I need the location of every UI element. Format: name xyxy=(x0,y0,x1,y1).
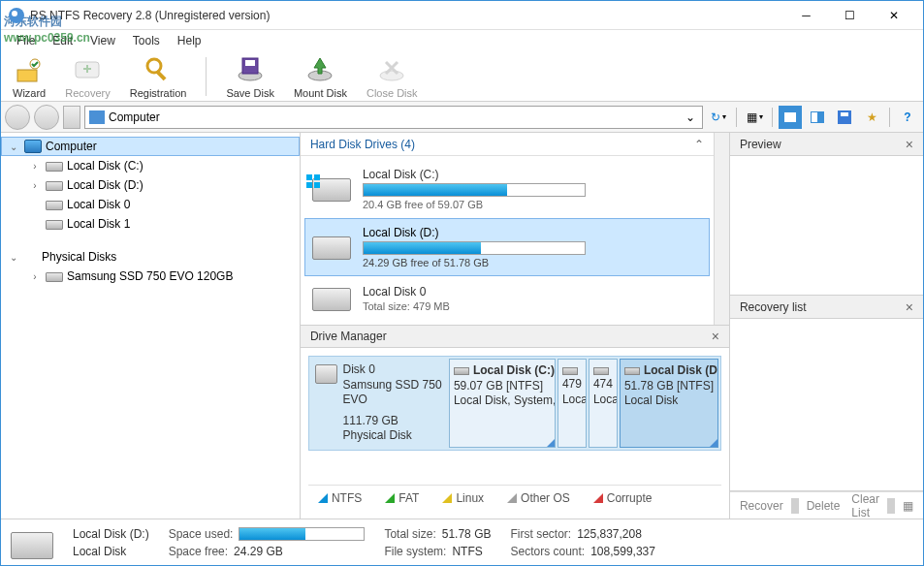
menu-help[interactable]: Help xyxy=(170,32,209,49)
drive-icon xyxy=(11,528,53,557)
minimize-button[interactable]: ─ xyxy=(784,2,828,29)
panel-toggle-1[interactable] xyxy=(779,106,802,129)
app-icon xyxy=(9,8,24,23)
registration-button[interactable]: Registration xyxy=(126,52,191,101)
space-used-bar xyxy=(239,527,365,541)
drive-icon xyxy=(312,233,351,262)
tree-samsung-ssd[interactable]: › Samsung SSD 750 EVO 120GB xyxy=(1,267,300,286)
close-pane-icon[interactable]: × xyxy=(906,137,913,152)
drive-item-0[interactable]: Local Disk 0 Total size: 479 MB xyxy=(304,276,710,321)
drive-icon xyxy=(454,367,469,375)
refresh-button[interactable]: ↻▾ xyxy=(707,106,730,129)
expand-icon[interactable]: › xyxy=(28,271,42,282)
expand-icon[interactable]: › xyxy=(28,180,42,191)
close-disk-button: Close Disk xyxy=(363,52,422,101)
statusbar: Local Disk (D:) Local Disk Space used: S… xyxy=(1,519,923,565)
toolbar: Wizard Recovery Registration Save Disk M… xyxy=(1,51,923,102)
tree-panel: ⌄ Computer › Local Disk (C:) › Local Dis… xyxy=(1,133,301,519)
tree-local-disk-d[interactable]: › Local Disk (D:) xyxy=(1,175,300,195)
chevron-up-icon[interactable]: ⌃ xyxy=(694,138,704,151)
mount-disk-icon xyxy=(304,54,335,85)
disk-icon xyxy=(315,364,337,384)
save-icon-button[interactable] xyxy=(833,106,856,129)
address-bar[interactable]: Computer ⌄ xyxy=(84,106,703,129)
menu-tools[interactable]: Tools xyxy=(125,32,168,49)
grid-icon[interactable]: ▦ xyxy=(899,497,917,515)
view-options-button[interactable]: ▦▾ xyxy=(743,106,766,129)
menu-edit[interactable]: Edit xyxy=(45,32,80,49)
usage-bar xyxy=(363,241,586,255)
window-title: RS NTFS Recovery 2.8 (Unregistered versi… xyxy=(30,9,784,22)
recovery-button: Recovery xyxy=(61,52,113,101)
menubar: File Edit View Tools Help xyxy=(1,30,923,51)
clear-list-button[interactable]: Clear List xyxy=(847,490,883,519)
toolbar-separator xyxy=(206,57,207,96)
tree-local-disk-0[interactable]: Local Disk 0 xyxy=(1,195,300,214)
close-pane-icon[interactable]: × xyxy=(906,299,913,315)
close-pane-icon[interactable]: × xyxy=(712,329,719,344)
drives-section-header[interactable]: Hard Disk Drives (4) ⌃ xyxy=(301,133,714,156)
wizard-icon xyxy=(14,54,45,85)
address-dropdown[interactable]: ⌄ xyxy=(683,110,698,124)
disk-summary[interactable]: Disk 0 Samsung SSD 750 EVO 111.79 GB Phy… xyxy=(311,359,447,448)
recovery-icon xyxy=(72,54,103,85)
drive-icon xyxy=(312,174,351,204)
computer-icon xyxy=(24,140,42,153)
titlebar: RS NTFS Recovery 2.8 (Unregistered versi… xyxy=(1,1,923,30)
tree-physical-disks[interactable]: ⌄ Physical Disks xyxy=(1,247,300,267)
partition-small-1[interactable]: 479 Loca xyxy=(558,359,587,448)
disk-row: Disk 0 Samsung SSD 750 EVO 111.79 GB Phy… xyxy=(308,356,721,451)
recovery-list-pane: Recovery list × xyxy=(730,296,923,491)
tree-computer[interactable]: ⌄ Computer xyxy=(1,137,300,156)
drive-icon xyxy=(46,181,63,191)
preview-pane: Preview × xyxy=(730,133,923,296)
drive-icon xyxy=(624,367,640,375)
drive-icon xyxy=(46,272,63,282)
legend-fat: FAT xyxy=(385,491,419,505)
nav-back-button[interactable] xyxy=(5,105,30,130)
main-area: ⌄ Computer › Local Disk (C:) › Local Dis… xyxy=(1,133,923,519)
recovery-actions: Recover Delete Clear List ▦ xyxy=(730,491,923,519)
tree-local-disk-1[interactable]: Local Disk 1 xyxy=(1,214,300,234)
collapse-icon[interactable]: ⌄ xyxy=(7,142,20,152)
mount-disk-button[interactable]: Mount Disk xyxy=(290,52,351,101)
drive-list: Local Disk (C:) 20.4 GB free of 59.07 GB… xyxy=(301,156,714,325)
drive-icon xyxy=(562,367,578,375)
save-disk-button[interactable]: Save Disk xyxy=(222,52,278,101)
tree-local-disk-c[interactable]: › Local Disk (C:) xyxy=(1,156,300,175)
maximize-button[interactable]: ☐ xyxy=(828,2,872,29)
drive-icon xyxy=(46,201,63,210)
address-text: Computer xyxy=(109,110,679,124)
partition-small-2[interactable]: 474 Loca xyxy=(589,359,618,448)
menu-view[interactable]: View xyxy=(82,32,123,49)
menu-file[interactable]: File xyxy=(9,32,43,49)
drive-manager-header: Drive Manager × xyxy=(301,325,729,348)
panel-toggle-2[interactable] xyxy=(806,106,829,129)
expand-icon[interactable]: › xyxy=(28,161,42,172)
nav-separator xyxy=(772,108,773,127)
star-button[interactable]: ★ xyxy=(860,106,883,129)
svg-rect-6 xyxy=(155,70,166,80)
vertical-scrollbar[interactable] xyxy=(714,133,729,325)
navbar: Computer ⌄ ↻▾ ▦▾ ★ ? xyxy=(1,102,923,133)
right-panel: Preview × Recovery list × Recover Delete… xyxy=(730,133,923,519)
svg-rect-17 xyxy=(841,112,848,116)
wizard-button[interactable]: Wizard xyxy=(9,52,49,101)
help-button[interactable]: ? xyxy=(896,106,919,129)
svg-rect-15 xyxy=(812,112,817,122)
delete-button[interactable]: Delete xyxy=(803,497,844,515)
partition-c[interactable]: Local Disk (C:) 59.07 GB [NTFS] Local Di… xyxy=(449,359,556,448)
windows-flag-icon xyxy=(306,174,322,190)
close-button[interactable]: ✕ xyxy=(872,2,915,29)
collapse-icon[interactable]: ⌄ xyxy=(7,252,20,263)
drive-item-d[interactable]: Local Disk (D:) 24.29 GB free of 51.78 G… xyxy=(304,218,710,276)
legend-linux: Linux xyxy=(442,491,484,505)
partition-d[interactable]: Local Disk (D:) 51.78 GB [NTFS] Local Di… xyxy=(620,359,718,448)
drive-manager: Disk 0 Samsung SSD 750 EVO 111.79 GB Phy… xyxy=(301,348,729,519)
legend-corrupted: Corrupte xyxy=(593,491,653,505)
nav-forward-button[interactable] xyxy=(34,105,59,130)
recover-button[interactable]: Recover xyxy=(736,497,787,515)
corner-marker xyxy=(547,439,555,447)
nav-history-button[interactable] xyxy=(63,106,80,129)
drive-item-c[interactable]: Local Disk (C:) 20.4 GB free of 59.07 GB xyxy=(304,160,710,218)
